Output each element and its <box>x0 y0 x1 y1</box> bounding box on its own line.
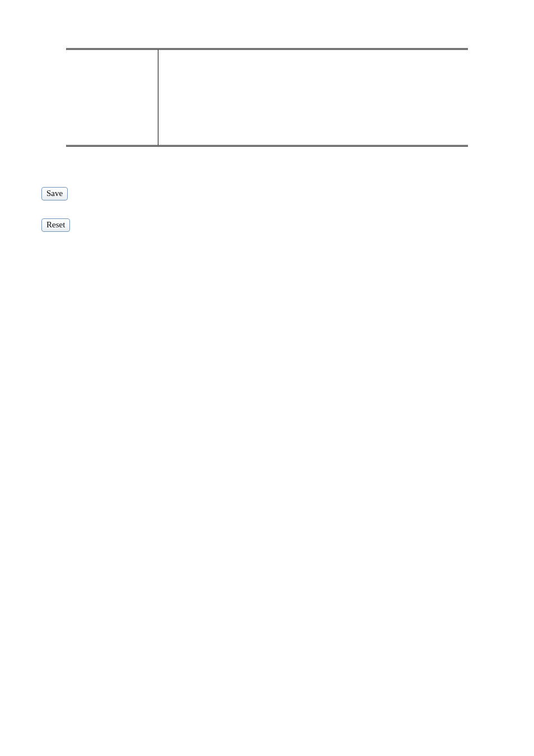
save-button[interactable]: Save <box>41 187 68 200</box>
reset-button[interactable]: Reset <box>41 218 70 232</box>
table-cell-right <box>158 49 468 146</box>
table-row <box>66 49 468 146</box>
form-table <box>66 48 468 147</box>
table-cell-left <box>66 49 158 146</box>
